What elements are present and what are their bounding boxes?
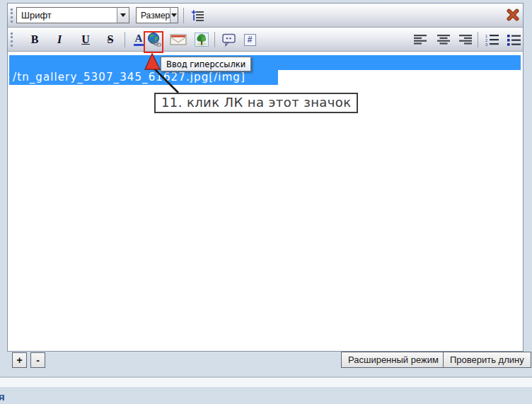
svg-text:3: 3	[485, 42, 487, 47]
font-select-value: Шрифт	[17, 10, 117, 21]
insert-image-button[interactable]	[193, 31, 210, 48]
align-center-icon	[436, 35, 451, 45]
hash-icon: #	[244, 34, 256, 46]
insert-email-button[interactable]	[169, 31, 187, 48]
underline-button[interactable]: U	[76, 31, 95, 48]
font-color-icon: A	[134, 33, 144, 46]
underline-label: U	[81, 33, 90, 46]
increase-size-button[interactable]: +	[12, 352, 27, 368]
close-icon	[507, 8, 519, 21]
ordered-list-button[interactable]: 1 2 3	[483, 31, 502, 48]
page: { "editor": { "toolbar_top": { "font_sel…	[0, 0, 532, 404]
indent-button[interactable]	[189, 7, 207, 24]
quote-bubble-icon	[221, 33, 237, 47]
editor-textarea[interactable]: [img]http://club.seas 1200310498 /tn_gal…	[8, 52, 523, 351]
toolbar-separator	[183, 8, 184, 23]
font-select[interactable]: Шрифт	[16, 7, 129, 23]
chevron-down-icon[interactable]	[117, 8, 129, 23]
indent-icon	[191, 8, 205, 23]
unordered-list-button[interactable]	[506, 31, 523, 48]
toolbar-separator	[214, 32, 215, 47]
ordered-list-icon: 1 2 3	[485, 33, 500, 46]
image-tree-icon	[195, 33, 209, 47]
advanced-mode-button[interactable]: Расширенный режим	[341, 352, 446, 368]
italic-label: I	[57, 33, 62, 46]
check-length-button[interactable]: Проверить длину	[443, 352, 531, 368]
align-left-icon	[414, 35, 428, 45]
size-select[interactable]: Размер	[136, 7, 178, 23]
font-color-label: A	[135, 33, 143, 43]
tutorial-arrow	[139, 52, 188, 98]
decrease-size-button[interactable]: -	[30, 352, 45, 368]
insert-quote-button[interactable]	[220, 31, 238, 48]
chevron-down-icon[interactable]	[170, 8, 178, 23]
align-right-button[interactable]	[456, 31, 473, 48]
unordered-list-icon	[507, 33, 522, 46]
toolbar-separator	[478, 32, 478, 47]
bbcode-editor: Шрифт Размер	[7, 3, 524, 352]
bold-label: B	[31, 33, 39, 46]
clipped-bottom-text: я	[0, 391, 5, 403]
envelope-icon	[170, 33, 187, 46]
size-select-value: Размер	[137, 11, 170, 21]
align-center-button[interactable]	[435, 31, 452, 48]
strikethrough-label: S	[108, 33, 114, 46]
toolbar-separator	[125, 32, 125, 47]
close-editor-button[interactable]	[507, 8, 519, 21]
toolbar-format: B I U S A	[8, 28, 523, 52]
toolbar-top: Шрифт Размер	[8, 4, 523, 28]
bold-button[interactable]: B	[25, 31, 44, 48]
page-light-strip	[0, 378, 532, 387]
strikethrough-button[interactable]: S	[101, 31, 120, 48]
selected-text-line-1: [img]http://club.seas 1200310498	[9, 55, 521, 70]
insert-hash-button[interactable]: #	[242, 31, 258, 48]
italic-button[interactable]: I	[50, 31, 69, 48]
toolbar-grip[interactable]	[11, 33, 13, 47]
align-right-icon	[458, 35, 472, 45]
toolbar-grip[interactable]	[11, 8, 13, 23]
tutorial-red-highlight-box	[144, 31, 163, 53]
align-left-button[interactable]	[412, 31, 429, 48]
